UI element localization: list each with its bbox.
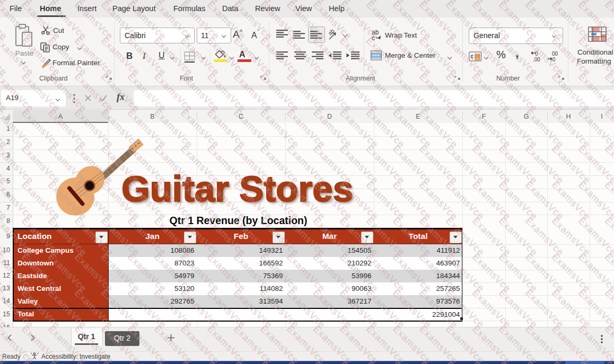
svg-text:.0: .0 [551,57,556,63]
svg-text:00: 00 [552,51,558,57]
svg-text:0: 0 [535,51,538,57]
svg-text:c: c [372,34,375,41]
svg-text:ab: ab [328,29,336,37]
svg-text:.00: .00 [533,57,540,63]
svg-text:¢: ¢ [470,54,473,60]
